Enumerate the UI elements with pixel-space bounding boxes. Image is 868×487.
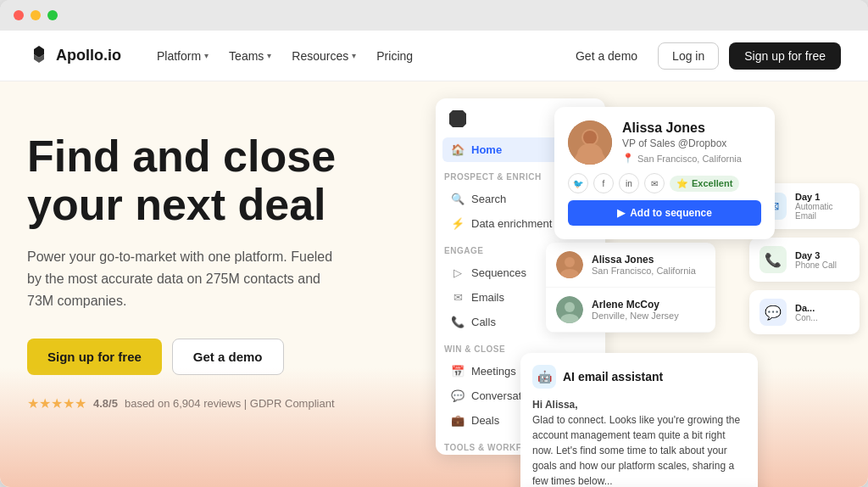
social-icons: 🐦 f in ✉ ⭐ Excellent — [568, 173, 761, 193]
sequence-call-item: 📞 Day 3 Phone Call — [749, 238, 860, 282]
svg-point-5 — [565, 257, 575, 267]
get-demo-link[interactable]: Get a demo — [565, 44, 648, 68]
calls-icon: 📞 — [451, 316, 465, 328]
signup-button[interactable]: Sign up for free — [729, 42, 841, 70]
logo[interactable]: Apollo.io — [27, 44, 121, 68]
main-section: Find and close your next deal Power your… — [0, 81, 868, 487]
search-icon: 🔍 — [451, 193, 465, 205]
facebook-icon[interactable]: f — [593, 173, 614, 193]
sidebar-logo-icon — [449, 110, 466, 127]
contact-list: Alissa Jones San Francisco, California A… — [546, 243, 715, 333]
ai-email-panel: 🤖 AI email assistant Hi Alissa, Glad to … — [520, 353, 758, 487]
sequences-icon: ▷ — [451, 266, 465, 279]
ai-email-body: Hi Alissa, Glad to connect. Looks like y… — [532, 397, 746, 487]
browser-toolbar — [0, 0, 868, 31]
hero-subtitle: Power your go-to-market with one platfor… — [27, 246, 349, 311]
navbar: Apollo.io Platform ▾ Teams ▾ Resources ▾… — [0, 31, 868, 81]
ai-email-title: AI email assistant — [563, 370, 663, 383]
emails-icon: ✉ — [451, 291, 465, 304]
page-content: Apollo.io Platform ▾ Teams ▾ Resources ▾… — [0, 31, 868, 487]
home-icon: 🏠 — [451, 143, 465, 156]
nav-pricing[interactable]: Pricing — [368, 44, 421, 68]
close-button[interactable] — [14, 10, 24, 20]
contact-name: Alissa Jones — [622, 120, 761, 136]
nav-resources[interactable]: Resources ▾ — [283, 44, 364, 68]
twitter-icon[interactable]: 🐦 — [568, 173, 588, 193]
teams-chevron-icon: ▾ — [267, 51, 271, 60]
deals-icon: 💼 — [451, 414, 465, 427]
contact-location: 📍 San Francisco, California — [622, 153, 761, 164]
contact-header: Alissa Jones VP of Sales @Dropbox 📍 San … — [568, 120, 761, 165]
avatar — [568, 120, 612, 165]
svg-point-8 — [565, 302, 575, 312]
browser-window: Apollo.io Platform ▾ Teams ▾ Resources ▾… — [0, 0, 868, 487]
nav-links: Platform ▾ Teams ▾ Resources ▾ Pricing — [148, 44, 565, 68]
svg-point-3 — [583, 131, 597, 144]
minimize-button[interactable] — [31, 10, 41, 20]
conversations-icon: 💬 — [451, 389, 465, 402]
email-icon[interactable]: ✉ — [644, 173, 665, 193]
maximize-button[interactable] — [47, 10, 58, 20]
add-icon: ▶ — [617, 207, 625, 219]
ai-icon: 🤖 — [532, 365, 556, 389]
score-star-icon: ⭐ — [676, 178, 688, 189]
list-item[interactable]: Arlene McCoy Denville, New Jersey — [546, 288, 715, 333]
svg-point-2 — [575, 149, 605, 165]
contact-info: Alissa Jones VP of Sales @Dropbox 📍 San … — [622, 120, 761, 164]
nav-platform[interactable]: Platform ▾ — [148, 44, 217, 68]
location-pin-icon: 📍 — [622, 153, 634, 164]
hero-title: Find and close your next deal — [27, 132, 434, 229]
add-to-sequence-button[interactable]: ▶ Add to sequence — [568, 200, 761, 226]
ui-preview: 🏠 Home Prospect & enrich 🔍 Search ⚡ Data… — [436, 98, 868, 487]
list-item[interactable]: Alissa Jones San Francisco, California — [546, 243, 715, 288]
ai-email-header: 🤖 AI email assistant — [532, 365, 746, 389]
score-badge: ⭐ Excellent — [670, 176, 739, 192]
contact-card: Alissa Jones VP of Sales @Dropbox 📍 San … — [554, 107, 775, 239]
chat-sequence-icon: 💬 — [760, 299, 787, 326]
sequence-chat-item: 💬 Da... Con... — [749, 290, 860, 334]
login-button[interactable]: Log in — [658, 42, 719, 70]
resources-chevron-icon: ▾ — [352, 51, 356, 60]
meetings-icon: 📅 — [451, 365, 465, 378]
platform-chevron-icon: ▾ — [204, 51, 209, 60]
contact-title: VP of Sales @Dropbox — [622, 137, 761, 149]
enrichment-icon: ⚡ — [451, 217, 465, 230]
call-sequence-icon: 📞 — [760, 246, 787, 273]
nav-actions: Get a demo Log in Sign up for free — [565, 42, 841, 70]
nav-teams[interactable]: Teams ▾ — [220, 44, 280, 68]
linkedin-icon[interactable]: in — [619, 173, 639, 193]
